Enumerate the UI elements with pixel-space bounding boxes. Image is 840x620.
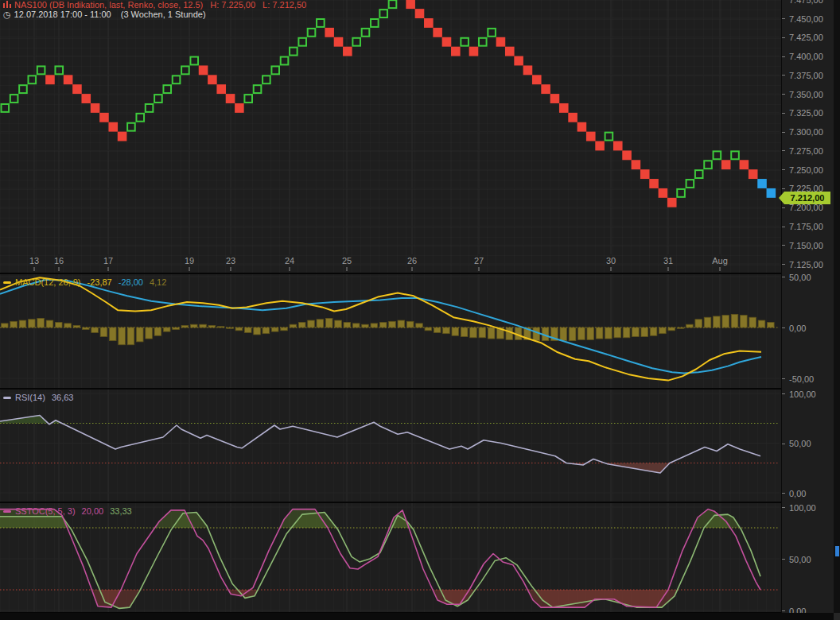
sstoc-panel[interactable] [0, 503, 781, 612]
macd-histogram-bar [452, 327, 459, 335]
macd-histogram-bar [470, 327, 477, 338]
macd-histogram-bar [443, 327, 450, 334]
x-axis[interactable]: 1316171923242526273031Aug [0, 256, 781, 272]
macd-histogram-bar [479, 327, 486, 338]
rsi-legend[interactable]: RSI(14)36,63 [3, 392, 73, 402]
x-axis-label: 16 [54, 256, 64, 265]
renko-brick-up [290, 48, 298, 56]
macd-histogram-bar [398, 320, 405, 327]
sstoc-legend[interactable]: SSTOC(5, 5, 3)20,0033,33 [3, 506, 132, 516]
renko-brick-down [45, 75, 55, 84]
y-axis-tick [782, 113, 785, 114]
macd-histogram-bar [641, 327, 648, 337]
macd-histogram-bar [190, 324, 197, 327]
renko-brick-up [389, 0, 397, 8]
renko-brick-up [146, 104, 154, 112]
session-low: L: 7.212,50 [262, 0, 306, 10]
y-axis-tick [782, 207, 785, 208]
macd-histogram-bar [722, 316, 729, 327]
macd-histogram-bar [46, 320, 53, 327]
renko-price-chart[interactable] [0, 0, 781, 273]
renko-brick-down [568, 113, 578, 122]
renko-brick-down [415, 9, 425, 18]
y-axis-tick [782, 37, 785, 38]
renko-brick-up [154, 95, 162, 103]
macd-histogram-bar [325, 318, 332, 327]
macd-panel[interactable] [0, 274, 781, 388]
renko-brick-up [136, 114, 144, 122]
x-axis-label: 26 [407, 256, 417, 265]
renko-brick-up [461, 38, 469, 46]
macd-histogram-bar [587, 327, 594, 339]
renko-brick-down [749, 169, 758, 179]
macd-histogram-bar [317, 320, 324, 327]
macd-histogram-bar [758, 320, 765, 327]
x-axis-label: 24 [285, 256, 294, 265]
renko-brick-down [622, 150, 632, 160]
y-axis-tick [782, 277, 785, 277]
macd-histogram-bar [235, 327, 243, 331]
macd-histogram-bar [91, 327, 99, 332]
y-axis-label: 7.275,00 [789, 146, 823, 156]
renko-brick-up [10, 95, 18, 103]
macd-line-icon [3, 281, 11, 284]
renko-brick-down [505, 47, 515, 56]
y-axis-tick [782, 264, 785, 265]
renko-brick-up [605, 133, 613, 141]
x-axis-label: 13 [29, 256, 39, 265]
renko-brick-up [244, 95, 252, 103]
right-scrollbar[interactable] [834, 0, 840, 620]
x-axis-label: Aug [712, 256, 728, 265]
y-axis-label: 7.400,00 [789, 52, 823, 61]
macd-histogram-bar [2, 324, 9, 327]
macd-histogram-bar [506, 327, 513, 339]
macd-histogram-bar [406, 321, 414, 327]
renko-brick-up [19, 85, 27, 93]
renko-brick-up [479, 38, 487, 46]
macd-histogram-bar [425, 327, 432, 331]
price-axis[interactable]: 7.475,007.450,007.425,007.400,007.375,00… [781, 0, 834, 620]
y-axis-label: 7.125,00 [789, 260, 823, 269]
macd-signal-value: -28,00 [119, 277, 143, 287]
renko-brick-down [226, 94, 235, 103]
session-high: H: 7.225,00 [210, 0, 255, 10]
sstoc-value-2: 33,33 [110, 506, 132, 516]
renko-brick-up [317, 19, 325, 27]
y-axis-tick [782, 444, 785, 444]
x-axis-label: 17 [103, 256, 113, 265]
renko-brick-down [541, 84, 550, 94]
x-axis-label: 27 [474, 256, 484, 265]
y-axis-tick [782, 507, 785, 508]
macd-histogram-bar [650, 327, 657, 335]
y-axis-tick [782, 393, 785, 394]
x-axis-label: 30 [606, 256, 616, 265]
y-axis-tick [782, 610, 785, 611]
macd-histogram-bar [10, 321, 18, 327]
renko-brick-down [442, 37, 452, 47]
threshold-shading [0, 517, 70, 528]
macd-histogram-bar [569, 327, 576, 341]
renko-brick-up [362, 29, 370, 37]
rsi-panel[interactable] [0, 389, 781, 502]
macd-legend[interactable]: MACD(12, 26, 9)-23,87-28,004,12 [3, 277, 166, 287]
renko-brick-down [451, 47, 461, 56]
renko-brick-down [578, 122, 587, 132]
renko-brick-up [181, 66, 189, 74]
y-axis-label: 0,00 [789, 489, 806, 498]
renko-brick-up [254, 85, 262, 93]
sstoc-value-1: 20,00 [82, 506, 104, 516]
macd-histogram-bar [254, 327, 261, 335]
y-axis-label: 7.325,00 [789, 108, 823, 118]
y-axis-tick [782, 94, 785, 95]
macd-histogram-bar [362, 324, 369, 327]
y-axis-label: 7.175,00 [789, 222, 823, 231]
macd-histogram-bar [244, 327, 251, 332]
timeframe-legend[interactable]: ◷12.07.2018 17:00 - 11:00(3 Wochen, 1 St… [3, 9, 206, 20]
current-price-marker[interactable]: 7.212,00 [784, 192, 830, 204]
rsi-value: 36,63 [52, 393, 74, 402]
y-axis-tick [782, 150, 785, 151]
renko-brick-down [595, 141, 605, 151]
macd-histogram-bar [416, 324, 423, 327]
macd-histogram-bar [290, 324, 297, 327]
renko-brick-up [488, 29, 496, 37]
